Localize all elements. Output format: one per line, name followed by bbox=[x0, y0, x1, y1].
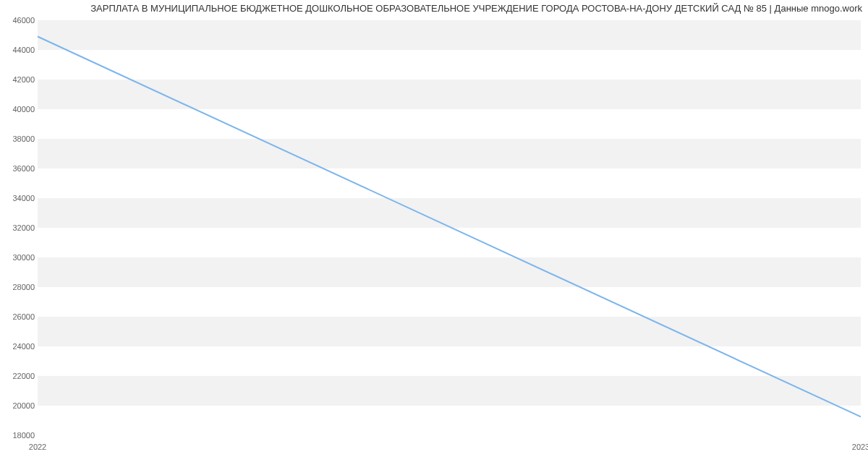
y-tick-label: 28000 bbox=[3, 283, 35, 291]
y-tick-label: 42000 bbox=[3, 75, 35, 84]
chart-title: ЗАРПЛАТА В МУНИЦИПАЛЬНОЕ БЮДЖЕТНОЕ ДОШКО… bbox=[0, 0, 868, 14]
chart-container: 1800020000220002400026000280003000032000… bbox=[0, 16, 868, 457]
y-tick-label: 36000 bbox=[3, 164, 35, 173]
y-tick-label: 24000 bbox=[3, 342, 35, 351]
y-tick-label: 22000 bbox=[3, 372, 35, 380]
y-tick-label: 20000 bbox=[3, 401, 35, 410]
chart-line bbox=[38, 20, 861, 435]
y-tick-label: 46000 bbox=[3, 16, 35, 25]
y-tick-label: 32000 bbox=[3, 223, 35, 232]
plot-area bbox=[38, 20, 861, 435]
y-tick-label: 34000 bbox=[3, 194, 35, 202]
x-tick-label: 2023 bbox=[852, 443, 868, 451]
y-tick-label: 38000 bbox=[3, 134, 35, 143]
y-tick-label: 44000 bbox=[3, 46, 35, 54]
x-tick-label: 2022 bbox=[29, 443, 46, 451]
y-tick-label: 30000 bbox=[3, 253, 35, 262]
y-tick-label: 40000 bbox=[3, 105, 35, 114]
y-tick-label: 18000 bbox=[3, 431, 35, 440]
y-tick-label: 26000 bbox=[3, 312, 35, 321]
